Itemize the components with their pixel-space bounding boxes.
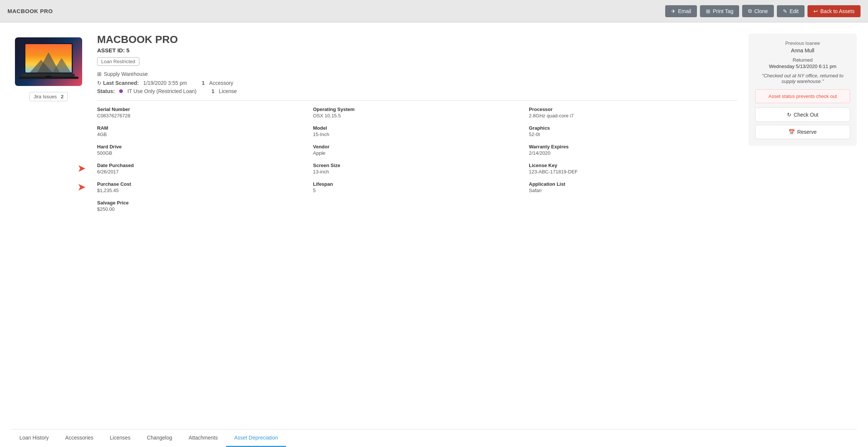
red-arrow-left: ➤: [78, 182, 85, 192]
spec-item: Application List Safari: [529, 181, 737, 193]
spec-label: Warranty Expires: [529, 144, 737, 149]
last-scanned: ↻ Last Scanned: 1/19/2020 3:55 pm: [97, 80, 187, 86]
meta-row-status: Status: IT Use Only (Restricted Loan) 1 …: [97, 88, 737, 94]
clone-icon: ⧉: [748, 8, 752, 14]
spec-value: $1,235.45: [97, 188, 306, 193]
spec-item: Vendor Apple: [313, 144, 521, 156]
edit-button[interactable]: ✎ Edit: [777, 5, 805, 17]
spec-item: Hard Drive 500GB: [97, 144, 306, 156]
email-button[interactable]: ✈ Email: [665, 5, 697, 17]
red-arrow-left: ➤: [78, 163, 85, 174]
spec-value: $250.00: [97, 206, 306, 212]
spec-label: Screen Size: [313, 163, 521, 168]
status-dot: [119, 89, 123, 93]
clock-icon: ↻: [97, 80, 102, 86]
spec-value: 5: [313, 188, 521, 193]
asset-image: [15, 37, 82, 86]
tab-item[interactable]: Changelog: [139, 429, 180, 447]
print-tag-button[interactable]: ⊞ Print Tag: [700, 5, 739, 17]
spec-item: Model 15-Inch: [313, 125, 521, 137]
spec-label: Vendor: [313, 144, 521, 149]
spec-label: License Key: [529, 163, 737, 168]
spec-value: OSX 10.15.5: [313, 113, 521, 118]
back-icon: ↩: [813, 8, 818, 14]
spec-label: Hard Drive: [97, 144, 306, 149]
asset-sidebar: Previous loanee Anna Mull Returned Wedne…: [748, 34, 857, 418]
spec-value: 4GB: [97, 132, 306, 137]
status-row: Status: IT Use Only (Restricted Loan): [97, 88, 196, 94]
svg-rect-8: [46, 76, 52, 77]
spec-label: RAM: [97, 125, 306, 131]
spec-value: 13-inch: [313, 169, 521, 175]
print-icon: ⊞: [706, 8, 710, 14]
asset-details-column: MACBOOK PRO ASSET ID: 5 Loan Restricted …: [97, 34, 737, 418]
previous-loanee-label: Previous loanee: [755, 40, 850, 46]
tab-item[interactable]: Licenses: [102, 429, 139, 447]
spec-label: Serial Number: [97, 107, 306, 112]
spec-item: License Key 123-ABC-171819-DEF: [529, 163, 737, 175]
location-icon: ⊞: [97, 71, 102, 77]
main-content: Jira Issues 2 MACBOOK PRO ASSET ID: 5 Lo…: [0, 22, 868, 447]
spec-label: Application List: [529, 181, 737, 187]
spec-item: Warranty Expires 2/14/2020: [529, 144, 737, 156]
spec-value: C08376276728: [97, 113, 306, 118]
spec-value: 2.8GHz quad-core i7: [529, 113, 737, 118]
reserve-button[interactable]: 📅 Reserve: [755, 125, 850, 139]
divider: [97, 100, 737, 101]
spec-value: Safari: [529, 188, 737, 193]
tab-item[interactable]: Accessories: [57, 429, 102, 447]
checkout-button[interactable]: ↻ Check Out: [755, 108, 850, 122]
accessory-count: 1 Accessory: [202, 80, 233, 86]
returned-label: Returned: [755, 57, 850, 63]
spec-item: ➤ Purchase Cost $1,235.45: [97, 181, 306, 193]
loanee-name: Anna Mull: [755, 47, 850, 53]
tab-item[interactable]: Asset Depreciation: [226, 429, 286, 447]
spec-label: Purchase Cost: [97, 181, 306, 187]
loan-restricted-badge: Loan Restricted: [97, 57, 139, 66]
spec-item: Processor 2.8GHz quad-core i7: [529, 107, 737, 118]
spec-label: Date Purchased: [97, 163, 306, 168]
asset-id: ASSET ID: 5: [97, 47, 737, 53]
spec-value: Apple: [313, 150, 521, 156]
spec-item: Graphics 52-0t: [529, 125, 737, 137]
back-to-assets-button[interactable]: ↩ Back to Assets: [807, 5, 861, 17]
topbar-title: MACBOOK PRO: [7, 8, 53, 14]
spec-label: Salvage Price: [97, 200, 306, 206]
asset-image-column: Jira Issues 2: [11, 34, 86, 418]
spec-value: 6/26/2017: [97, 169, 306, 175]
topbar: MACBOOK PRO ✈ Email ⊞ Print Tag ⧉ Clone …: [0, 0, 868, 22]
license-count: 1 License: [211, 88, 237, 94]
email-icon: ✈: [671, 8, 676, 14]
specs-grid: Serial Number C08376276728 Operating Sys…: [97, 107, 737, 212]
spec-value: 15-Inch: [313, 132, 521, 137]
spec-label: Lifespan: [313, 181, 521, 187]
tabs-row: Loan HistoryAccessoriesLicensesChangelog…: [11, 429, 857, 447]
spec-label: Processor: [529, 107, 737, 112]
topbar-actions: ✈ Email ⊞ Print Tag ⧉ Clone ✎ Edit ↩ Bac…: [665, 5, 861, 17]
spec-label: Operating System: [313, 107, 521, 112]
checkout-note: "Checked out at NY office, returned to s…: [755, 73, 850, 84]
spec-item: Operating System OSX 10.15.5: [313, 107, 521, 118]
spec-value: 2/14/2020: [529, 150, 737, 156]
sidebar-card: Previous loanee Anna Mull Returned Wedne…: [748, 34, 857, 146]
meta-row-scan: ↻ Last Scanned: 1/19/2020 3:55 pm 1 Acce…: [97, 80, 737, 86]
asset-layout: Jira Issues 2 MACBOOK PRO ASSET ID: 5 Lo…: [11, 34, 857, 418]
spec-item: Salvage Price $250.00: [97, 200, 306, 212]
checkout-icon: ↻: [787, 112, 791, 118]
clone-button[interactable]: ⧉ Clone: [742, 5, 774, 17]
spec-value: 52-0t: [529, 132, 737, 137]
spec-label: Model: [313, 125, 521, 131]
location-row: ⊞ Supply Warehouse: [97, 71, 737, 77]
jira-badge[interactable]: Jira Issues 2: [30, 92, 68, 101]
spec-label: Graphics: [529, 125, 737, 131]
laptop-illustration: [19, 41, 78, 82]
spec-item: Screen Size 13-inch: [313, 163, 521, 175]
spec-value: 123-ABC-171819-DEF: [529, 169, 737, 175]
spec-item: Serial Number C08376276728: [97, 107, 306, 118]
edit-icon: ✎: [783, 8, 787, 14]
spec-value: 500GB: [97, 150, 306, 156]
tab-item[interactable]: Attachments: [180, 429, 226, 447]
returned-date: Wednesday 5/13/2020 6:11 pm: [755, 64, 850, 69]
reserve-icon: 📅: [788, 129, 795, 135]
tab-item[interactable]: Loan History: [11, 429, 57, 447]
